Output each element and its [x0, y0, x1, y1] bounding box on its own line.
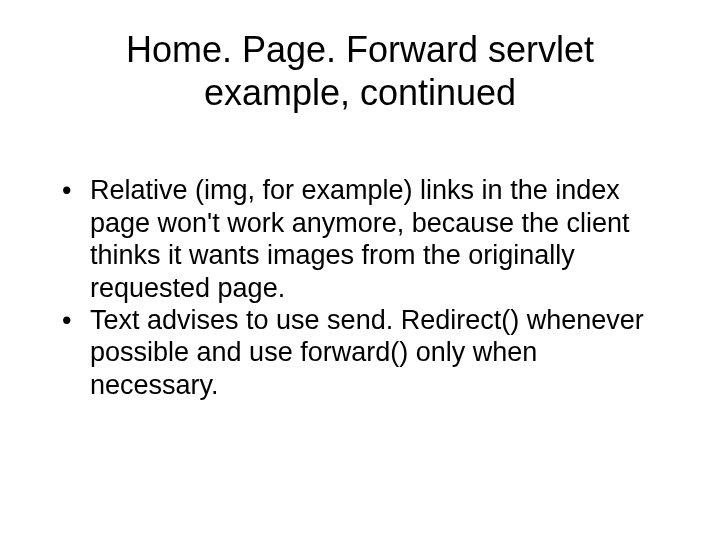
bullet-list: Relative (img, for example) links in the… [50, 174, 670, 401]
slide-title: Home. Page. Forward servlet example, con… [50, 28, 670, 114]
list-item: Text advises to use send. Redirect() whe… [62, 304, 670, 401]
list-item: Relative (img, for example) links in the… [62, 174, 670, 304]
